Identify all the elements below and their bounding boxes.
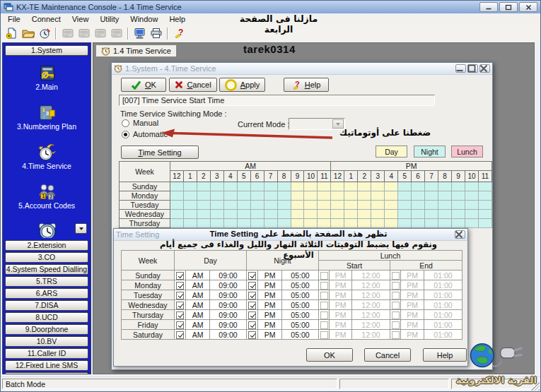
hour-cell[interactable] bbox=[385, 210, 398, 219]
hour-cell[interactable] bbox=[344, 219, 358, 228]
menu-file[interactable]: File bbox=[2, 14, 26, 24]
hour-cell[interactable] bbox=[237, 201, 250, 210]
hour-cell[interactable] bbox=[291, 201, 304, 210]
monday-night-checkbox[interactable] bbox=[248, 282, 256, 290]
sidebar-button-disa[interactable]: 7.DISA bbox=[5, 300, 88, 311]
thursday-day-checkbox-cell[interactable] bbox=[175, 310, 186, 320]
hour-header[interactable]: 9 bbox=[452, 171, 465, 182]
hour-cell[interactable] bbox=[398, 210, 412, 219]
minimize-button[interactable] bbox=[479, 2, 498, 12]
maximize-button[interactable] bbox=[499, 2, 518, 12]
hour-cell[interactable] bbox=[331, 210, 344, 219]
dialog-maximize-button[interactable] bbox=[467, 64, 478, 73]
hour-cell[interactable] bbox=[385, 201, 398, 210]
wednesday-night-ampm[interactable]: PM bbox=[258, 300, 282, 310]
hour-cell[interactable] bbox=[358, 182, 371, 191]
timer-icon[interactable] bbox=[36, 26, 52, 40]
hour-cell[interactable] bbox=[452, 210, 465, 219]
ts-ok-button[interactable]: OK bbox=[306, 348, 353, 362]
hour-cell[interactable] bbox=[425, 191, 438, 201]
hour-cell[interactable] bbox=[250, 210, 264, 219]
wednesday-night-checkbox[interactable] bbox=[248, 302, 256, 309]
hour-cell[interactable] bbox=[304, 182, 318, 191]
sunday-day-time[interactable]: 09:00 bbox=[210, 271, 247, 280]
wednesday-day-checkbox[interactable] bbox=[176, 302, 184, 309]
hour-cell[interactable] bbox=[291, 191, 304, 201]
hour-cell[interactable] bbox=[438, 182, 452, 191]
sidebar-button-call-charge[interactable]: 13.Call Charge bbox=[5, 372, 88, 374]
hour-cell[interactable] bbox=[264, 210, 277, 219]
hour-cell[interactable] bbox=[465, 219, 478, 228]
sunday-night-ampm[interactable]: PM bbox=[258, 271, 282, 280]
thursday-night-ampm[interactable]: PM bbox=[258, 310, 282, 320]
hour-cell[interactable] bbox=[183, 201, 197, 210]
ok-button[interactable]: OK bbox=[121, 78, 166, 92]
hour-cell[interactable] bbox=[438, 191, 452, 201]
sidebar-item-account-codes[interactable]: 125.Account Codes bbox=[5, 183, 88, 209]
hour-cell[interactable] bbox=[277, 210, 291, 219]
hour-cell[interactable] bbox=[277, 201, 291, 210]
hour-cell[interactable] bbox=[318, 182, 331, 191]
hour-header[interactable]: 6 bbox=[412, 171, 425, 182]
hour-cell[interactable] bbox=[344, 201, 358, 210]
hour-cell[interactable] bbox=[452, 191, 465, 201]
hour-cell[interactable] bbox=[358, 210, 371, 219]
hour-cell[interactable] bbox=[250, 201, 264, 210]
hour-cell[interactable] bbox=[344, 182, 358, 191]
thursday-night-checkbox[interactable] bbox=[248, 311, 256, 319]
hour-cell[interactable] bbox=[371, 201, 385, 210]
friday-day-checkbox[interactable] bbox=[176, 321, 184, 329]
hour-cell[interactable] bbox=[197, 210, 210, 219]
wednesday-day-checkbox-cell[interactable] bbox=[175, 300, 186, 310]
day-row-label[interactable]: Tuesday bbox=[120, 201, 170, 210]
hour-cell[interactable] bbox=[197, 182, 210, 191]
hour-cell[interactable] bbox=[425, 210, 438, 219]
hour-cell[interactable] bbox=[438, 210, 452, 219]
hour-cell[interactable] bbox=[478, 210, 491, 219]
hour-cell[interactable] bbox=[183, 219, 197, 228]
hour-cell[interactable] bbox=[398, 219, 412, 228]
help-icon[interactable]: ? bbox=[171, 26, 187, 40]
hour-cell[interactable] bbox=[304, 191, 318, 201]
hour-cell[interactable] bbox=[237, 210, 250, 219]
hour-cell[interactable] bbox=[291, 210, 304, 219]
tuesday-day-checkbox-cell[interactable] bbox=[175, 290, 186, 300]
sidebar-item-partial[interactable] bbox=[5, 222, 88, 238]
saturday-night-checkbox-cell[interactable] bbox=[247, 330, 258, 340]
hour-cell[interactable] bbox=[264, 219, 277, 228]
dialog-close-button[interactable] bbox=[479, 64, 490, 73]
hour-cell[interactable] bbox=[183, 210, 197, 219]
menu-utility[interactable]: Utility bbox=[94, 14, 124, 24]
hour-header[interactable]: 12 bbox=[331, 171, 344, 182]
monday-night-checkbox-cell[interactable] bbox=[247, 280, 258, 290]
sidebar-header-system[interactable]: 1.System bbox=[5, 45, 88, 56]
hour-header[interactable]: 8 bbox=[438, 171, 452, 182]
hour-header[interactable]: 1 bbox=[183, 171, 197, 182]
sidebar-item-numbering-plan[interactable]: 1323.Numbering Plan bbox=[5, 104, 88, 130]
hour-cell[interactable] bbox=[412, 219, 425, 228]
automatic-radio[interactable] bbox=[122, 131, 129, 138]
saturday-night-time[interactable]: 05:00 bbox=[282, 330, 319, 340]
hour-cell[interactable] bbox=[250, 182, 264, 191]
hour-cell[interactable] bbox=[371, 210, 385, 219]
hour-header[interactable]: 6 bbox=[250, 171, 264, 182]
apply-button[interactable]: Apply bbox=[219, 78, 265, 92]
tuesday-day-checkbox[interactable] bbox=[176, 292, 184, 299]
hour-cell[interactable] bbox=[331, 182, 344, 191]
monday-day-checkbox-cell[interactable] bbox=[175, 280, 186, 290]
sidebar-button-fixed-line-sms[interactable]: 12.Fixed Line SMS bbox=[5, 360, 88, 371]
hour-cell[interactable] bbox=[237, 219, 250, 228]
hour-header[interactable]: 5 bbox=[237, 171, 250, 182]
saturday-day-checkbox-cell[interactable] bbox=[175, 330, 186, 340]
sidebar-button-caller-id[interactable]: 11.Caller ID bbox=[5, 348, 88, 359]
hour-cell[interactable] bbox=[277, 191, 291, 201]
hour-cell[interactable] bbox=[304, 210, 318, 219]
day-row-label[interactable]: Sunday bbox=[120, 182, 170, 191]
friday-night-ampm[interactable]: PM bbox=[258, 320, 282, 330]
monday-night-ampm[interactable]: PM bbox=[258, 280, 282, 290]
friday-day-time[interactable]: 09:00 bbox=[210, 320, 247, 330]
sidebar-button-trs[interactable]: 5.TRS bbox=[5, 276, 88, 287]
sidebar-button-extension[interactable]: 2.Extension bbox=[5, 240, 88, 251]
hour-cell[interactable] bbox=[425, 182, 438, 191]
hour-header[interactable]: 4 bbox=[223, 171, 237, 182]
